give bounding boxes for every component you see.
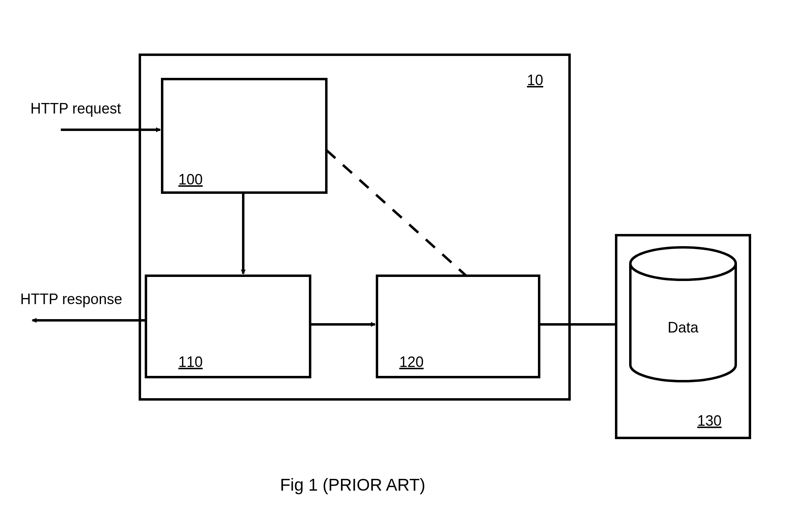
id-120: 120 [399,354,424,370]
data-label: Data [668,319,699,336]
id-10: 10 [527,72,543,88]
diagram-svg: 10 100 110 120 130 Data HTTP request HTT… [0,0,786,532]
id-130: 130 [697,412,722,429]
dashed-100-to-120 [326,150,466,276]
id-110: 110 [178,354,203,370]
http-response-label: HTTP response [20,291,122,307]
svg-point-0 [630,247,736,280]
id-100: 100 [178,171,203,188]
container-10 [140,55,570,399]
database-cylinder: Data [630,247,736,381]
http-request-label: HTTP request [30,100,121,117]
box-110 [146,276,310,377]
figure-caption: Fig 1 (PRIOR ART) [280,475,426,494]
